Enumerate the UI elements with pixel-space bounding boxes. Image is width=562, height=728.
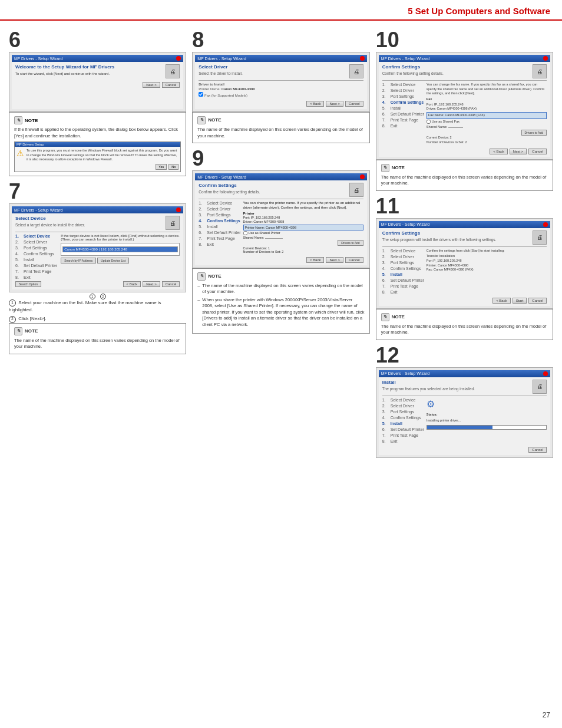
- cancel-button[interactable]: Cancel: [345, 257, 363, 263]
- cancel-button[interactable]: Cancel: [162, 82, 180, 88]
- back-button[interactable]: < Back: [123, 281, 141, 287]
- drivers-to-add-button[interactable]: Drivers to Add: [338, 240, 363, 246]
- step-9-buttons: < Back Next > Cancel: [199, 257, 363, 263]
- back-button[interactable]: < Back: [492, 298, 511, 304]
- step-9-titlebar: MF Drivers - Setup Wizard: [195, 173, 366, 180]
- note-icon: ✎: [381, 164, 389, 172]
- instruction-2: 2 Click [Next>].: [9, 315, 186, 322]
- step-9: 9 MF Drivers - Setup Wizard Confirm Sett…: [192, 148, 369, 334]
- circle-2: 2: [100, 294, 106, 299]
- step-8-body: Select Driver Select the driver to insta…: [195, 62, 366, 109]
- search-option-button[interactable]: Search Option: [15, 281, 41, 287]
- cancel-button[interactable]: Cancel: [162, 281, 180, 287]
- fax-checkbox[interactable]: [199, 92, 203, 97]
- wizard-step-item: 5.Install: [15, 258, 57, 262]
- step-12-number: 12: [376, 345, 553, 366]
- note-label: NOTE: [392, 164, 405, 171]
- firewall-dialog-buttons: Yes No: [16, 164, 178, 170]
- note-bullet-2: When you share the printer with Windows …: [197, 297, 364, 328]
- no-button[interactable]: No: [168, 164, 178, 170]
- step-9-screenshot: MF Drivers - Setup Wizard Confirm Settin…: [192, 170, 369, 268]
- wizard-body-text: To start the wizard, click [Next] and co…: [15, 71, 161, 76]
- cancel-button[interactable]: Cancel: [528, 298, 547, 304]
- wizard-step-item: 3.Port Settings: [15, 246, 57, 250]
- next-button[interactable]: Next >: [326, 257, 343, 263]
- close-icon[interactable]: [543, 371, 548, 376]
- step-7-titlebar: MF Drivers - Setup Wizard: [12, 206, 183, 213]
- note-text: The name of the machine displayed on thi…: [381, 324, 548, 336]
- drivers-to-add-fax-button[interactable]: Drivers to Add: [521, 130, 547, 136]
- step-7-body: Select Device Select a target device to …: [12, 213, 183, 289]
- step-6-screenshot: MF Drivers - Setup Wizard Welcome to the…: [9, 52, 186, 112]
- column-2: 8 MF Drivers - Setup Wizard Select Drive…: [192, 29, 369, 458]
- cancel-button[interactable]: Cancel: [345, 101, 363, 107]
- note-header: ✎ NOTE: [14, 327, 181, 335]
- step-6-number: 6: [9, 29, 186, 51]
- note-icon: ✎: [197, 272, 206, 281]
- note-bullets: The name of the machine displayed on thi…: [197, 283, 364, 328]
- wizard-icon: 🖨: [349, 183, 363, 197]
- wizard-icon: 🖨: [533, 230, 547, 245]
- label-1: 1: [90, 294, 95, 299]
- wizard-sub: Select a target device to install the dr…: [15, 223, 161, 227]
- cancel-button[interactable]: Cancel: [528, 149, 547, 154]
- next-button[interactable]: Next >: [510, 149, 527, 154]
- progress-bar: [427, 425, 547, 430]
- wizard-icon: 🖨: [533, 380, 547, 394]
- step-8: 8 MF Drivers - Setup Wizard Select Drive…: [192, 29, 369, 143]
- back-button[interactable]: < Back: [306, 257, 325, 263]
- note-label: NOTE: [208, 273, 221, 279]
- warning-icon: ⚠: [16, 149, 24, 158]
- page-title: 5 Set Up Computers and Software: [408, 6, 550, 16]
- shared-fax-checkbox[interactable]: [427, 120, 431, 124]
- step-11: 11 MF Drivers - Setup Wizard Confirm Set…: [376, 196, 553, 340]
- step-8-note: ✎ NOTE The name of the machine displayed…: [192, 112, 369, 143]
- wizard-icon: 🖨: [533, 64, 547, 78]
- close-icon[interactable]: [360, 174, 365, 179]
- close-icon[interactable]: [543, 222, 548, 227]
- step-7: 7 MF Drivers - Setup Wizard Select Devic…: [9, 181, 186, 354]
- step-6-body: Welcome to the Setup Wizard for MF Drive…: [12, 62, 183, 109]
- label-2: 2: [100, 294, 106, 299]
- wizard-step-item: 2.Select Driver: [15, 240, 57, 244]
- shared-printer-checkbox[interactable]: [243, 231, 247, 235]
- step-7-instructions: 1 Select your machine on the list. Make …: [9, 299, 186, 323]
- update-list-button[interactable]: Update Device List: [97, 258, 129, 263]
- wizard-heading: Select Device: [15, 216, 161, 221]
- step-6-note: ✎ NOTE If the firewall is applied to the…: [9, 112, 186, 176]
- step-10-note: ✎ NOTE The name of the machine displayed…: [376, 160, 553, 191]
- wizard-icon: 🖨: [349, 64, 363, 78]
- cancel-button[interactable]: Cancel: [528, 447, 547, 453]
- selected-device[interactable]: Canon MF4300-4390 | 192.168.205.248: [62, 246, 178, 252]
- back-button[interactable]: < Back: [490, 149, 508, 154]
- step-8-titlebar: MF Drivers - Setup Wizard: [195, 55, 366, 62]
- step-11-titlebar: MF Drivers - Setup Wizard: [379, 221, 550, 228]
- next-button[interactable]: Next >: [143, 82, 160, 88]
- step-11-screenshot: MF Drivers - Setup Wizard Confirm Settin…: [376, 218, 553, 309]
- note-label: NOTE: [392, 314, 405, 320]
- back-button[interactable]: < Back: [306, 101, 325, 107]
- close-icon[interactable]: [176, 207, 181, 212]
- page-number: 27: [543, 711, 550, 719]
- next-button[interactable]: Next >: [143, 281, 160, 287]
- close-icon[interactable]: [543, 56, 548, 61]
- close-icon[interactable]: [360, 56, 365, 61]
- start-button[interactable]: Start: [513, 298, 527, 304]
- close-icon[interactable]: [176, 56, 181, 61]
- wizard-step-item: 1.Select Device: [15, 234, 57, 238]
- step-12-titlebar: MF Drivers - Setup Wizard: [379, 370, 550, 377]
- step-10-number: 10: [376, 29, 553, 51]
- search-ip-button[interactable]: Search by IP Address: [61, 258, 96, 263]
- note-text: The name of the machine displayed on thi…: [197, 127, 364, 139]
- note-icon: ✎: [14, 327, 22, 335]
- note-text: The name of the machine displayed on thi…: [14, 338, 181, 350]
- step-10-titlebar: MF Drivers - Setup Wizard: [379, 55, 550, 62]
- note-icon: ✎: [381, 313, 389, 321]
- step-7-note: ✎ NOTE The name of the machine displayed…: [9, 323, 186, 354]
- step-7-number: 7: [9, 181, 186, 202]
- next-button[interactable]: Next >: [326, 101, 343, 107]
- circle-icon-1: 1: [9, 299, 16, 307]
- step-12-buttons: Cancel: [382, 447, 547, 453]
- yes-button[interactable]: Yes: [156, 164, 167, 170]
- note-icon: ✎: [197, 116, 206, 124]
